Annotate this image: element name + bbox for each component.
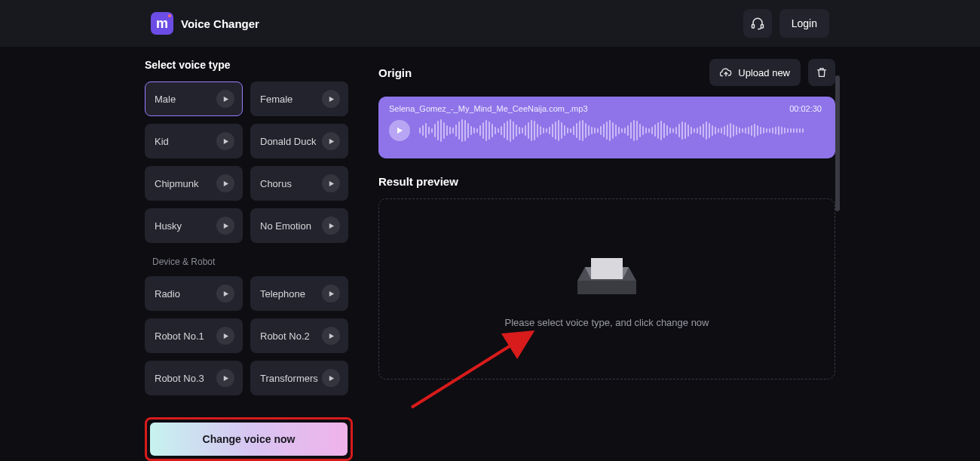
app-title: Voice Changer — [181, 17, 259, 30]
preview-play-button[interactable] — [322, 369, 340, 387]
device-voice-robot-no-2[interactable]: Robot No.2 — [250, 318, 348, 353]
voice-label: Male — [155, 94, 176, 105]
upload-new-button[interactable]: Upload new — [709, 59, 801, 86]
voice-label: Husky — [155, 220, 182, 232]
svg-rect-0 — [752, 25, 754, 29]
voice-female[interactable]: Female — [250, 81, 348, 116]
preview-play-button[interactable] — [322, 90, 340, 108]
preview-play-button[interactable] — [216, 369, 234, 387]
origin-duration: 00:02:30 — [789, 104, 822, 113]
origin-filename: Selena_Gomez_-_My_Mind_Me_CeeNaija.com_.… — [389, 104, 588, 113]
change-voice-button[interactable]: Change voice now — [150, 423, 348, 456]
voice-no-emotion[interactable]: No Emotion — [250, 208, 348, 243]
voice-label: No Emotion — [260, 220, 311, 232]
preview-play-button[interactable] — [216, 284, 234, 303]
preview-play-button[interactable] — [322, 327, 340, 345]
page-scrollbar[interactable] — [835, 75, 840, 211]
delete-button[interactable] — [808, 59, 835, 86]
preview-play-button[interactable] — [322, 132, 340, 150]
voice-male[interactable]: Male — [145, 81, 243, 116]
device-voice-robot-no-1[interactable]: Robot No.1 — [145, 318, 243, 353]
app-logo — [151, 12, 173, 35]
voice-donald-duck[interactable]: Donald Duck — [250, 124, 348, 158]
headset-icon — [751, 17, 764, 30]
login-button[interactable]: Login — [779, 9, 829, 38]
voice-chorus[interactable]: Chorus — [250, 166, 348, 201]
content: Origin Upload new Selena_Gomez_-_My_Mind… — [378, 47, 835, 461]
voice-label: Chorus — [260, 178, 292, 189]
result-placeholder-text: Please select voice type, and click chan… — [505, 317, 709, 328]
device-voice-telephone[interactable]: Telephone — [250, 276, 348, 311]
voice-label: Robot No.3 — [155, 373, 204, 384]
voice-label: Chipmunk — [155, 178, 199, 189]
sidebar-subsection: Device & Robot — [152, 257, 348, 267]
voice-label: Donald Duck — [260, 136, 316, 147]
origin-audio-panel: Selena_Gomez_-_My_Mind_Me_CeeNaija.com_.… — [378, 97, 835, 158]
preview-play-button[interactable] — [216, 132, 234, 150]
device-voice-transformers[interactable]: Transformers — [250, 361, 348, 395]
voice-label: Transformers — [260, 373, 318, 384]
preview-play-button[interactable] — [216, 90, 234, 108]
main: Select voice type MaleFemaleKidDonald Du… — [0, 47, 980, 461]
login-label: Login — [792, 17, 817, 29]
voice-label: Robot No.2 — [260, 330, 310, 342]
origin-title: Origin — [378, 66, 412, 79]
support-button[interactable] — [743, 9, 772, 38]
result-preview-panel: Please select voice type, and click chan… — [378, 198, 835, 380]
device-voice-radio[interactable]: Radio — [145, 276, 243, 311]
preview-play-button[interactable] — [322, 174, 340, 192]
preview-play-button[interactable] — [216, 327, 234, 345]
svg-rect-1 — [761, 25, 763, 29]
topbar: Voice Changer Login — [0, 0, 980, 47]
origin-play-button[interactable] — [389, 120, 410, 141]
voice-label: Radio — [155, 288, 180, 300]
sidebar: Select voice type MaleFemaleKidDonald Du… — [145, 47, 353, 461]
preview-play-button[interactable] — [216, 174, 234, 192]
preview-play-button[interactable] — [322, 217, 340, 235]
voice-chipmunk[interactable]: Chipmunk — [145, 166, 243, 201]
voice-label: Telephone — [260, 288, 305, 300]
trash-icon — [816, 66, 828, 78]
upload-label: Upload new — [738, 67, 790, 78]
voice-label: Robot No.1 — [155, 330, 204, 342]
voice-kid[interactable]: Kid — [145, 124, 243, 158]
origin-waveform[interactable] — [419, 118, 822, 143]
change-voice-highlight: Change voice now — [145, 417, 353, 461]
inbox-icon — [577, 250, 636, 297]
voice-label: Kid — [155, 136, 169, 147]
result-title: Result preview — [378, 175, 835, 188]
voice-husky[interactable]: Husky — [145, 208, 243, 243]
device-voice-robot-no-3[interactable]: Robot No.3 — [145, 361, 243, 395]
cloud-upload-icon — [720, 66, 732, 78]
preview-play-button[interactable] — [216, 217, 234, 235]
sidebar-title: Select voice type — [145, 59, 348, 71]
play-icon — [396, 127, 403, 134]
voice-label: Female — [260, 94, 292, 105]
preview-play-button[interactable] — [322, 284, 340, 303]
